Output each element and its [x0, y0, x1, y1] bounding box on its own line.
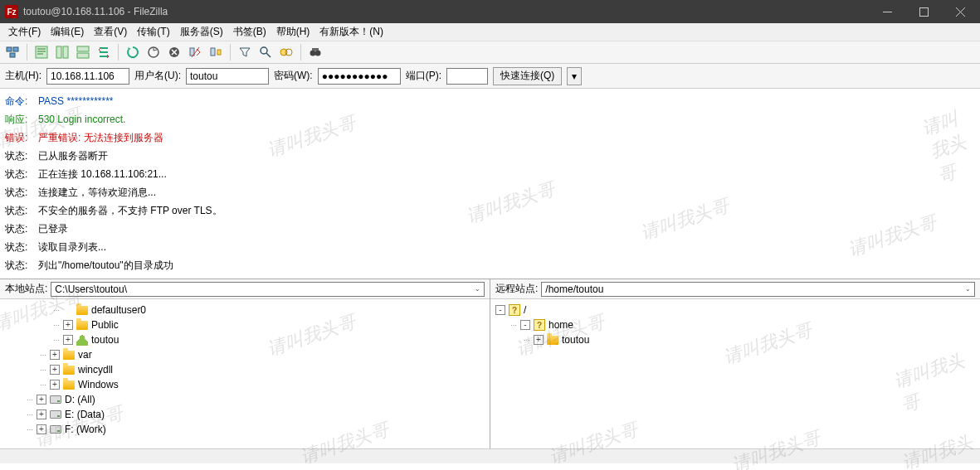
remote-pane: 远程站点: /home/toutou ⌄ -?/⋯-?home⋯+toutou	[490, 279, 980, 448]
menu-item-2[interactable]: 查看(V)	[89, 23, 132, 41]
tree-node[interactable]: ⋯+var	[2, 347, 488, 362]
menu-item-5[interactable]: 书签(B)	[228, 23, 271, 41]
local-path-combo[interactable]: C:\Users\toutou\ ⌄	[51, 282, 485, 297]
log-tag: 状态:	[5, 256, 32, 274]
tree-node[interactable]: ⋯+toutou	[492, 332, 978, 347]
log-tag: 命令:	[5, 92, 32, 110]
log-tag: 状态:	[5, 165, 32, 183]
quickconnect-dropdown[interactable]: ▾	[567, 67, 582, 85]
log-msg: 列出"/home/toutou"的目录成功	[38, 256, 173, 274]
expander-icon[interactable]: -	[495, 305, 505, 315]
tree-node[interactable]: ⋯+wincydll	[2, 362, 488, 377]
tree-guide: ⋯	[25, 396, 34, 404]
log-row: 状态:连接建立，等待欢迎消息...	[5, 183, 975, 201]
remote-tree[interactable]: -?/⋯-?home⋯+toutou	[490, 299, 980, 448]
expander-icon[interactable]: -	[520, 320, 530, 330]
expander-icon[interactable]: +	[50, 350, 60, 360]
user-label: 用户名(U):	[134, 69, 181, 83]
cancel-icon[interactable]	[165, 43, 183, 61]
process-queue-icon[interactable]	[144, 43, 163, 61]
svg-rect-6	[63, 46, 68, 58]
log-msg: 已登录	[38, 220, 68, 238]
tree-guide: ⋯	[51, 337, 61, 344]
expander-icon[interactable]: +	[50, 365, 60, 375]
port-input[interactable]	[446, 68, 488, 85]
folder-icon	[62, 364, 76, 376]
tree-node[interactable]: ⋯+toutou	[2, 332, 488, 347]
toggle-log-icon[interactable]	[32, 43, 51, 61]
tree-node[interactable]: ⋯+Windows	[2, 377, 488, 392]
expander-icon[interactable]: +	[37, 424, 46, 434]
host-input[interactable]	[46, 68, 129, 85]
menu-item-3[interactable]: 传输(T)	[132, 23, 174, 41]
local-path-text: C:\Users\toutou\	[55, 283, 127, 295]
tree-label: toutou	[562, 334, 589, 346]
svg-point-17	[310, 51, 316, 56]
expander-icon[interactable]: +	[63, 320, 73, 330]
window-title: toutou@10.168.11.106 - FileZilla	[23, 6, 869, 17]
disconnect-icon[interactable]	[186, 43, 204, 61]
log-tag: 响应:	[5, 110, 32, 128]
quickconnect-bar: 主机(H): 用户名(U): 密码(W): 端口(P): 快速连接(Q) ▾	[0, 64, 980, 89]
local-tree[interactable]: ⋯defaultuser0⋯+Public⋯+toutou⋯+var⋯+winc…	[0, 299, 490, 448]
tree-guide: ⋯	[509, 322, 518, 329]
expander-icon[interactable]: +	[63, 335, 73, 345]
maximize-button[interactable]	[905, 0, 942, 23]
tree-node[interactable]: ⋯+Public	[2, 317, 488, 332]
tree-node[interactable]: ⋯+E: (Data)	[2, 407, 488, 422]
compare-icon[interactable]	[277, 43, 295, 61]
log-tag: 状态:	[5, 147, 32, 165]
svg-point-18	[315, 51, 321, 56]
refresh-icon[interactable]	[124, 43, 142, 61]
unknown-folder-icon: ?	[533, 319, 546, 331]
tree-label: F: (Work)	[65, 424, 106, 435]
expander-icon[interactable]: +	[534, 335, 544, 345]
menu-item-7[interactable]: 有新版本！(N)	[314, 23, 388, 41]
log-msg: 连接建立，等待欢迎消息...	[38, 183, 156, 201]
menu-item-6[interactable]: 帮助(H)	[271, 23, 315, 41]
search-icon[interactable]	[256, 43, 275, 61]
expander-icon[interactable]: +	[37, 395, 46, 405]
log-tag: 状态:	[5, 220, 32, 238]
close-button[interactable]	[942, 0, 978, 23]
expander-icon[interactable]: +	[50, 380, 60, 390]
expander-icon[interactable]: +	[37, 409, 46, 419]
drive-icon	[49, 394, 62, 405]
log-row: 错误:严重错误: 无法连接到服务器	[5, 128, 975, 147]
log-row: 状态:已登录	[5, 220, 975, 238]
pass-input[interactable]	[318, 68, 401, 85]
toggle-queue-icon[interactable]	[95, 43, 113, 61]
menu-item-1[interactable]: 编辑(E)	[46, 23, 89, 41]
remote-site-label: 远程站点:	[495, 282, 538, 296]
log-row: 状态:已从服务器断开	[5, 147, 975, 165]
tree-label: E: (Data)	[65, 409, 105, 420]
log-tag: 状态:	[5, 183, 32, 201]
toggle-remotetree-icon[interactable]	[74, 43, 92, 61]
quickconnect-button[interactable]: 快速连接(Q)	[493, 67, 562, 85]
binoculars-icon[interactable]	[306, 43, 324, 61]
user-input[interactable]	[186, 68, 269, 85]
tree-node[interactable]: -?/	[492, 303, 978, 317]
log-row: 响应:530 Login incorrect.	[5, 110, 975, 128]
local-site-label: 本地站点:	[5, 282, 47, 296]
folder-icon	[62, 349, 76, 361]
menubar: 文件(F)编辑(E)查看(V)传输(T)服务器(S)书签(B)帮助(H)有新版本…	[0, 23, 980, 41]
tree-node[interactable]: ⋯-?home	[492, 317, 978, 332]
tree-node[interactable]: ⋯+D: (All)	[2, 392, 488, 407]
message-log[interactable]: 命令:PASS ************响应:530 Login incorre…	[0, 89, 980, 279]
tree-node[interactable]: ⋯+F: (Work)	[2, 422, 488, 437]
filter-icon[interactable]	[236, 43, 254, 61]
menu-item-0[interactable]: 文件(F)	[3, 23, 46, 41]
tree-guide: ⋯	[25, 426, 34, 434]
remote-path-combo[interactable]: /home/toutou ⌄	[541, 282, 975, 297]
chevron-down-icon: ⌄	[965, 285, 971, 293]
minimize-button[interactable]	[869, 0, 905, 23]
reconnect-icon[interactable]	[207, 43, 225, 61]
unknown-folder-icon: ?	[508, 304, 521, 316]
tree-node[interactable]: ⋯defaultuser0	[2, 303, 488, 317]
svg-rect-5	[56, 46, 61, 58]
menu-item-4[interactable]: 服务器(S)	[175, 23, 228, 41]
toggle-localtree-icon[interactable]	[53, 43, 71, 61]
sitemanager-icon[interactable]	[3, 43, 22, 61]
separator	[118, 44, 119, 61]
